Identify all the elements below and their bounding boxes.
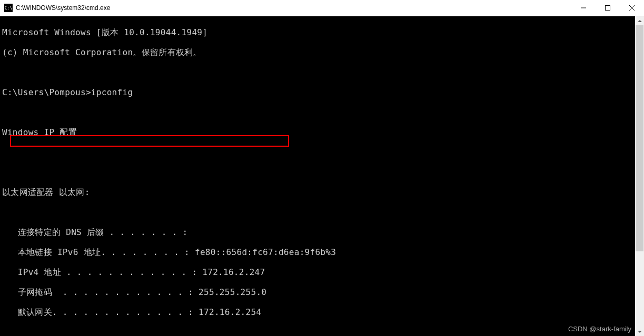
terminal-output[interactable]: Microsoft Windows [版本 10.0.19044.1949] (… [0, 16, 644, 336]
adapter-row: 本地链接 IPv6 地址. . . . . . . . : fe80::656d… [2, 247, 642, 257]
adapter-row: 连接特定的 DNS 后缀 . . . . . . . : [2, 227, 642, 237]
blank-line [2, 327, 642, 336]
adapter-title: 以太网适配器 以太网: [2, 187, 642, 197]
copyright-line: (c) Microsoft Corporation。保留所有权利。 [2, 47, 642, 57]
window-title: C:\WINDOWS\system32\cmd.exe [16, 4, 571, 12]
maximize-button[interactable] [596, 0, 620, 16]
blank-line [2, 67, 642, 77]
blank-line [2, 167, 642, 177]
svg-marker-4 [638, 20, 642, 22]
adapter-row: 默认网关. . . . . . . . . . . . . : 172.16.2… [2, 307, 642, 317]
vertical-scrollbar[interactable] [635, 16, 644, 336]
ipconfig-header: Windows IP 配置 [2, 127, 642, 137]
scroll-up-arrow[interactable] [635, 16, 644, 25]
close-button[interactable] [620, 0, 644, 16]
adapter-row-ipv4: IPv4 地址 . . . . . . . . . . . . : 172.16… [2, 267, 642, 277]
adapter-row: 子网掩码 . . . . . . . . . . . . : 255.255.2… [2, 287, 642, 297]
blank-line [2, 207, 642, 217]
svg-marker-5 [638, 331, 642, 333]
scroll-down-arrow[interactable] [635, 327, 644, 336]
scrollbar-thumb[interactable] [636, 25, 643, 251]
version-line: Microsoft Windows [版本 10.0.19044.1949] [2, 27, 642, 37]
window-controls [571, 0, 644, 16]
blank-line [2, 107, 642, 117]
minimize-button[interactable] [571, 0, 596, 16]
watermark: CSDN @stark-family [568, 325, 631, 333]
blank-line [2, 147, 642, 157]
cmd-icon: C:\ [4, 4, 13, 12]
svg-rect-1 [606, 6, 610, 11]
titlebar[interactable]: C:\ C:\WINDOWS\system32\cmd.exe [0, 0, 644, 16]
prompt-line: C:\Users\Pompous>ipconfig [2, 87, 642, 97]
